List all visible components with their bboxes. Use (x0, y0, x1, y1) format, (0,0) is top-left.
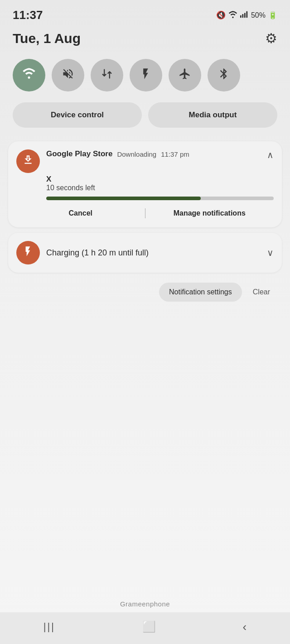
manage-notifications-button[interactable]: Manage notifications (145, 207, 274, 220)
charging-notification-card: Charging (1 h 20 m until full) ∨ (8, 233, 282, 273)
clear-button[interactable]: Clear (249, 283, 274, 302)
progress-bar-background (46, 197, 274, 200)
quick-tiles-row (0, 54, 290, 100)
playstore-title-row: Google Play Store Downloading 11:37 pm (46, 149, 261, 159)
recents-nav-icon[interactable]: ||| (44, 621, 55, 633)
lightning-icon (22, 245, 34, 260)
svg-rect-1 (242, 14, 243, 18)
tile-mute[interactable] (52, 59, 84, 91)
data-transfer-tile-icon (101, 67, 113, 83)
download-body: 10 seconds left (46, 184, 274, 192)
signal-icon (240, 11, 248, 20)
back-nav-icon[interactable]: ‹ (242, 620, 246, 634)
media-output-button[interactable]: Media output (148, 102, 277, 128)
status-bar: 11:37 🔇 50% 🔋 (0, 0, 290, 27)
bluetooth-tile-icon (218, 67, 230, 83)
home-nav-icon[interactable]: ⬜ (142, 620, 156, 633)
control-buttons-row: Device control Media output (0, 100, 290, 137)
playstore-notif-header: Google Play Store Downloading 11:37 pm ∧ (8, 141, 282, 173)
download-icon (22, 154, 34, 168)
notification-footer-buttons: Notification settings Clear (8, 278, 282, 308)
playstore-actions: Cancel Manage notifications (8, 200, 282, 227)
tile-bluetooth[interactable] (208, 59, 240, 91)
cancel-button[interactable]: Cancel (16, 207, 145, 220)
date-text: Tue, 1 Aug (13, 31, 81, 46)
date-row: Tue, 1 Aug ⚙ (0, 27, 290, 54)
device-control-button[interactable]: Device control (13, 102, 142, 128)
tile-airplane[interactable] (169, 59, 201, 91)
settings-gear-icon[interactable]: ⚙ (265, 30, 277, 46)
notifications-area: Google Play Store Downloading 11:37 pm ∧… (0, 137, 290, 308)
playstore-notification-card: Google Play Store Downloading 11:37 pm ∧… (8, 141, 282, 227)
wifi-tile-icon (22, 68, 36, 83)
playstore-expand-icon[interactable]: ∧ (267, 149, 274, 160)
playstore-app-name: Google Play Store (46, 149, 112, 159)
status-icons: 🔇 50% 🔋 (216, 10, 277, 20)
wifi-icon (228, 11, 237, 20)
navigation-bar: ||| ⬜ ‹ (0, 612, 290, 644)
tile-wifi[interactable] (13, 59, 45, 91)
notification-settings-button[interactable]: Notification settings (159, 283, 242, 302)
airplane-tile-icon (179, 67, 191, 83)
svg-rect-0 (240, 15, 242, 17)
charging-text: Charging (1 h 20 m until full) (46, 248, 261, 258)
progress-bar-fill (46, 197, 201, 200)
charging-notif-row: Charging (1 h 20 m until full) ∨ (8, 233, 282, 273)
charging-expand-icon[interactable]: ∨ (267, 247, 274, 258)
playstore-notif-icon (16, 149, 40, 173)
svg-rect-2 (244, 13, 246, 18)
flashlight-tile-icon (140, 67, 152, 83)
playstore-status: Downloading (117, 150, 156, 158)
playstore-time: 11:37 pm (161, 150, 189, 158)
battery-percentage: 50% (251, 11, 266, 19)
mute-icon: 🔇 (216, 10, 226, 20)
status-time: 11:37 (13, 8, 43, 22)
svg-rect-3 (246, 11, 247, 17)
download-progress-area (8, 192, 282, 200)
playstore-notif-body: X 10 seconds left (8, 173, 282, 192)
tile-flashlight[interactable] (130, 59, 162, 91)
tile-data-transfer[interactable] (91, 59, 123, 91)
mute-tile-icon (62, 67, 74, 83)
charging-notif-icon (16, 241, 40, 264)
battery-icon: 🔋 (268, 11, 277, 19)
download-title: X (46, 175, 274, 184)
carrier-label: Grameenphone (120, 600, 170, 608)
playstore-notif-content: Google Play Store Downloading 11:37 pm (46, 149, 261, 159)
